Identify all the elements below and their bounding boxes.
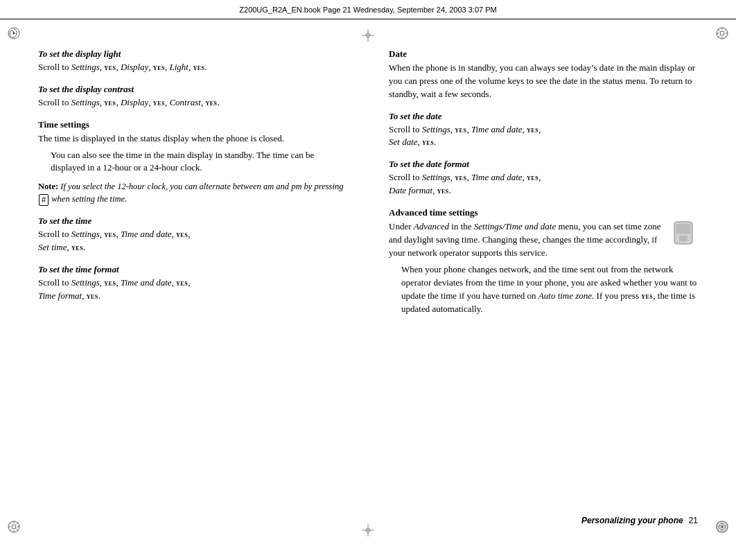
header-bar: Z200UG_R2A_EN.book Page 21 Wednesday, Se… (0, 0, 736, 19)
svg-line-9 (725, 36, 727, 38)
time-settings-heading: Time settings (38, 119, 347, 130)
note-body2: when setting the time. (51, 194, 127, 204)
advanced-time-body2: When your phone changes network, and the… (389, 263, 698, 315)
corner-decoration-br (715, 520, 729, 534)
date-heading: Date (389, 49, 698, 60)
set-date-body: Scroll to Settings, yes, Time and date, … (389, 123, 698, 150)
svg-line-8 (718, 29, 720, 31)
time-settings-para1: The time is displayed in the status disp… (38, 132, 347, 146)
main-content: To set the display light Scroll to Setti… (38, 49, 698, 511)
section-set-date: To set the date Scroll to Settings, yes,… (389, 111, 698, 150)
center-top-mark (362, 29, 374, 44)
section-time-settings: Time settings The time is displayed in t… (38, 119, 347, 207)
svg-point-1 (13, 33, 15, 35)
header-text: Z200UG_R2A_EN.book Page 21 Wednesday, Se… (239, 6, 496, 14)
set-time-title: To set the time (38, 216, 347, 227)
footer-section-label: Personalizing your phone (581, 516, 683, 525)
footer-page-number: 21 (689, 516, 698, 525)
section-display-light: To set the display light Scroll to Setti… (38, 49, 347, 74)
advanced-time-heading: Advanced time settings (389, 207, 698, 218)
corner-decoration-bl (7, 520, 21, 534)
note-label: Note: (38, 182, 58, 191)
set-date-format-body: Scroll to Settings, yes, Time and date, … (389, 171, 698, 198)
corner-decoration-tr (715, 26, 729, 40)
note-body: If you select the 12-hour clock, you can… (60, 182, 343, 191)
footer: Personalizing your phone 21 (581, 516, 698, 525)
phone-icon (669, 220, 698, 250)
left-column: To set the display light Scroll to Setti… (38, 49, 358, 511)
section-set-date-format: To set the date format Scroll to Setting… (389, 159, 698, 198)
hash-key-icon: # (39, 194, 49, 207)
svg-line-11 (718, 36, 720, 38)
time-settings-note: Note: If you select the 12-hour clock, y… (38, 180, 347, 206)
display-contrast-body: Scroll to Settings, yes, Display, yes, C… (38, 96, 347, 110)
center-bottom-mark (362, 524, 374, 539)
section-advanced-time: Advanced time settings Under Advanced in… (389, 207, 698, 316)
date-body: When the phone is in standby, you can al… (389, 62, 698, 101)
display-light-body: Scroll to Settings, yes, Display, yes, L… (38, 61, 347, 74)
svg-point-13 (12, 525, 16, 529)
svg-line-18 (10, 523, 12, 525)
svg-point-3 (720, 31, 724, 35)
section-date: Date When the phone is in standby, you c… (389, 49, 698, 101)
advanced-time-body1: Under Advanced in the Settings/Time and … (389, 220, 698, 260)
set-time-format-body: Scroll to Settings, yes, Time and date, … (38, 277, 347, 303)
display-contrast-title: To set the display contrast (38, 84, 347, 95)
set-time-body: Scroll to Settings, yes, Time and date, … (38, 228, 347, 254)
corner-decoration-tl (7, 26, 21, 40)
section-set-time: To set the time Scroll to Settings, yes,… (38, 216, 347, 254)
svg-line-10 (725, 29, 727, 31)
svg-line-21 (10, 530, 12, 532)
section-set-time-format: To set the time format Scroll to Setting… (38, 264, 347, 303)
time-settings-para2: You can also see the time in the main di… (38, 149, 347, 175)
svg-rect-39 (676, 224, 690, 234)
set-time-format-title: To set the time format (38, 264, 347, 275)
set-date-format-title: To set the date format (389, 159, 698, 170)
set-date-title: To set the date (389, 111, 698, 122)
display-light-title: To set the display light (38, 49, 347, 60)
section-display-contrast: To set the display contrast Scroll to Se… (38, 84, 347, 110)
right-column: Date When the phone is in standby, you c… (378, 49, 698, 511)
svg-rect-40 (679, 236, 687, 241)
svg-line-19 (17, 530, 19, 532)
svg-line-20 (17, 523, 19, 525)
